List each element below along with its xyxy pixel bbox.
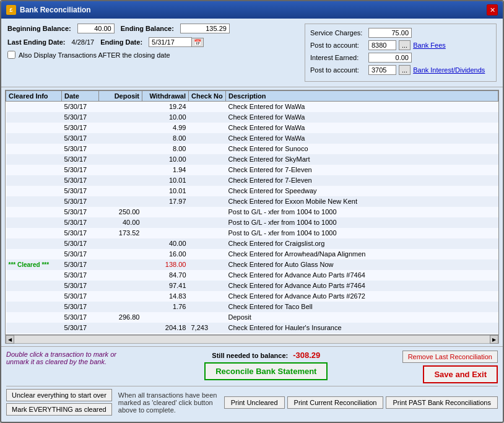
scroll-right-arrow[interactable]: ▶ [490, 335, 498, 344]
cell-description: Check Entered for Arrowhead/Napa Alignme… [226, 249, 498, 259]
cell-description: Check Entered for WaWa [226, 333, 498, 335]
table-row[interactable]: 5/30/1714.83Check Entered for Advance Au… [6, 291, 498, 302]
post-account-code2[interactable]: 3705 [368, 65, 396, 75]
scroll-left-arrow[interactable]: ◀ [6, 335, 14, 344]
cell-withdrawal: 14.83 [142, 291, 189, 302]
table-row[interactable]: 5/30/1710.00Check Entered for SkyMart [6, 154, 498, 165]
cell-description: Check Entered for Craigslist.org [226, 238, 498, 249]
table-row[interactable]: *** Cleared ***5/30/17138.00Check Entere… [6, 259, 498, 270]
cell-deposit: 40.00 [99, 217, 142, 228]
remove-last-reconciliation-button[interactable]: Remove Last Reconciliation [402, 351, 498, 363]
cell-description: Check Entered for 7-Eleven [226, 165, 498, 175]
horizontal-scrollbar[interactable]: ◀ ▶ [5, 335, 499, 344]
table-row[interactable]: 5/30/1719.24Check Entered for WaWa [6, 102, 498, 112]
interest-earned-label: Interest Earned: [310, 54, 366, 61]
print-past-reconciliations-button[interactable]: Print PAST Bank Reconciliations [386, 396, 498, 409]
cell-check-no [189, 165, 226, 175]
cell-date: 5/30/17 [62, 281, 99, 291]
cell-withdrawal: 204.18 [142, 323, 189, 333]
print-uncleared-button[interactable]: Print Uncleared [224, 396, 285, 409]
cell-check-no [189, 196, 226, 207]
table-row[interactable]: 5/30/1710.01Check Entered for Speedway [6, 186, 498, 196]
table-row[interactable]: 5/30/17173.52Post to G/L - xfer from 100… [6, 228, 498, 238]
also-display-checkbox[interactable] [7, 51, 15, 59]
table-scroll[interactable]: Cleared Info Date Deposit Withdrawal Che… [6, 90, 498, 334]
still-needed-value: -308.29 [293, 351, 320, 360]
table-row[interactable]: 5/30/17250.00Post to G/L - xfer from 100… [6, 207, 498, 217]
cell-deposit [99, 302, 142, 312]
date-row: Last Ending Date: 4/28/17 Ending Date: 5… [7, 37, 292, 47]
title-bar-left: £ Bank Reconciliation [6, 5, 91, 15]
col-deposit: Deposit [99, 91, 142, 102]
app-icon: £ [6, 5, 16, 15]
cell-withdrawal: 1.94 [142, 165, 189, 175]
print-current-reconciliation-button[interactable]: Print Current Reconciliation [287, 396, 384, 409]
table-row[interactable]: 5/30/171.94Check Entered for 7-Eleven [6, 165, 498, 175]
table-row[interactable]: 5/30/1716.00Check Entered for Arrowhead/… [6, 249, 498, 259]
cell-date: 5/30/17 [62, 175, 99, 186]
table-row[interactable]: 5/30/1710.01Check Entered for 7-Eleven [6, 175, 498, 186]
browse-account2-button[interactable]: ... [399, 65, 411, 75]
cell-date: 5/30/17 [62, 123, 99, 133]
col-cleared-info: Cleared Info [6, 91, 62, 102]
cell-withdrawal: 19.24 [142, 102, 189, 112]
cell-deposit [99, 144, 142, 154]
table-row[interactable]: 5/30/1740.00Post to G/L - xfer from 1004… [6, 217, 498, 228]
unclear-everything-button[interactable]: Unclear everything to start over [6, 389, 112, 401]
browse-account1-button[interactable]: ... [399, 40, 411, 50]
calendar-button[interactable]: 📅 [192, 38, 204, 47]
cell-cleared-info [6, 102, 62, 112]
cell-check-no [189, 259, 226, 270]
cell-withdrawal: 8.00 [142, 144, 189, 154]
cell-description: Check Entered for Auto Glass Now [226, 259, 498, 270]
cell-deposit: 173.52 [99, 228, 142, 238]
table-row[interactable]: 5/30/17204.187,243Check Entered for Haul… [6, 323, 498, 333]
cell-deposit: 250.00 [99, 207, 142, 217]
bank-interest-link[interactable]: Bank Interest/Dividends [413, 66, 485, 74]
reconcile-button[interactable]: Reconcile Bank Statement [204, 362, 328, 380]
table-row[interactable]: 5/30/1710.00Check Entered for WaWa [6, 112, 498, 123]
table-row[interactable]: 5/30/178.00Check Entered for WaWa [6, 133, 498, 144]
table-row[interactable]: 5/30/171.76Check Entered for Taco Bell [6, 302, 498, 312]
cell-deposit [99, 238, 142, 249]
table-row[interactable]: 5/30/1740.00Check Entered for Craigslist… [6, 238, 498, 249]
save-exit-button[interactable]: Save and Exit [423, 365, 498, 383]
cell-date: 5/30/17 [62, 323, 99, 333]
cell-date: 5/30/17 [62, 112, 99, 123]
service-charges-value[interactable]: 75.00 [368, 28, 412, 38]
cell-date: 5/30/17 [62, 270, 99, 281]
bank-fees-link[interactable]: Bank Fees [413, 41, 446, 49]
cell-deposit [99, 123, 142, 133]
last-ending-date-label: Last Ending Date: [7, 38, 66, 46]
mark-everything-button[interactable]: Mark EVERYTHING as cleared [6, 403, 112, 416]
scroll-track[interactable] [14, 336, 490, 342]
header-section: Beginning Balance: 40.00 Ending Balance:… [1, 19, 503, 87]
beginning-balance-label: Beginning Balance: [7, 25, 71, 32]
table-row[interactable]: 5/30/178.00Check Entered for Sunoco [6, 144, 498, 154]
cell-description: Check Entered for WaWa [226, 133, 498, 144]
table-wrapper: Cleared Info Date Deposit Withdrawal Che… [5, 90, 499, 335]
cell-cleared-info [6, 217, 62, 228]
cell-description: Post to G/L - xfer from 1004 to 1000 [226, 207, 498, 217]
cell-cleared-info [6, 291, 62, 302]
table-row[interactable]: 5/30/1784.70Check Entered for Advance Au… [6, 270, 498, 281]
post-account-code1[interactable]: 8380 [368, 40, 396, 50]
ending-date-input[interactable]: 5/31/17 [149, 37, 192, 47]
cell-cleared-info [6, 249, 62, 259]
table-row[interactable]: 5/30/17296.80Deposit [6, 312, 498, 323]
cell-date: 5/30/17 [62, 144, 99, 154]
table-row[interactable]: 5/30/1797.41Check Entered for Advance Au… [6, 281, 498, 291]
cell-check-no [189, 249, 226, 259]
col-date: Date [62, 91, 99, 102]
table-row[interactable]: 5/30/1717.97Check Entered for Exxon Mobi… [6, 196, 498, 207]
interest-earned-value[interactable]: 0.00 [368, 53, 412, 63]
table-row[interactable]: 5/30/174.99Check Entered for WaWa [6, 123, 498, 133]
service-charges-panel: Service Charges: 75.00 Post to account: … [305, 24, 497, 82]
cell-check-no [189, 312, 226, 323]
cell-withdrawal: 10.00 [142, 112, 189, 123]
close-button[interactable]: ✕ [487, 4, 498, 15]
table-row[interactable]: 5/31/173.72Check Entered for WaWa [6, 333, 498, 335]
ending-balance-value[interactable]: 135.29 [180, 24, 230, 33]
cell-description: Check Entered for Advance Auto Parts #74… [226, 270, 498, 281]
cell-check-no: 7,243 [189, 323, 226, 333]
